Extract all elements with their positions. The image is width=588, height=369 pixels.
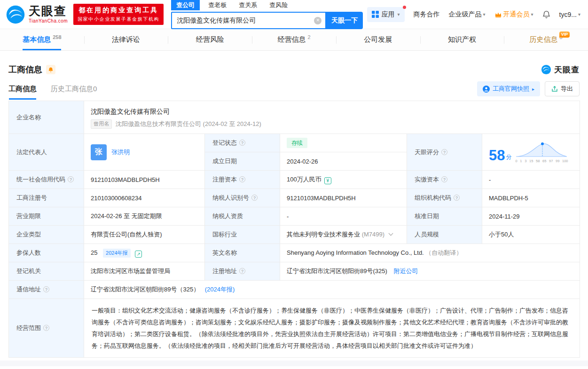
help-icon[interactable] <box>239 140 245 146</box>
tianyancha-logo[interactable]: 天眼查 TianYanCha.com <box>6 5 68 24</box>
apps-menu[interactable]: 应用 <box>367 7 405 22</box>
cell-business-scope: 一般项目：组织文化艺术交流活动；健康咨询服务（不含诊疗服务）；养生保健服务（非医… <box>84 299 580 358</box>
tab-intellectual-property[interactable]: 知识产权 <box>420 29 504 50</box>
nav-business-cooperation[interactable]: 商务合作 <box>414 10 440 19</box>
former-name-tag: 曾用名 <box>91 119 112 128</box>
label-industry: 国标行业 <box>205 226 280 244</box>
subtab-business-info[interactable]: 工商信息 <box>8 78 37 100</box>
search-tabs: 查公司 查老板 查关系 查风险 <box>171 0 363 11</box>
nav-open-membership[interactable]: 开通会员 <box>494 10 533 19</box>
search-tab-company[interactable]: 查公司 <box>171 0 200 10</box>
help-icon[interactable] <box>441 176 447 182</box>
label-registered-address: 注册地址 <box>205 262 280 281</box>
cell-company-type: 有限责任公司(自然人独资) <box>84 226 205 244</box>
subtab-row: 工商信息 历史工商信息0 工商官网快照 导出 <box>8 78 580 100</box>
chevron-down-icon <box>483 12 486 17</box>
search-box <box>171 12 326 29</box>
company-name: 沈阳傲盈文化传媒有限公司 <box>91 107 573 116</box>
label-business-scope: 经营范围 <box>9 299 84 358</box>
tab-business-info-label: 经营信息 <box>277 35 306 44</box>
cell-registered-capital: 100万人民币 <box>280 171 407 189</box>
help-icon[interactable] <box>68 176 74 182</box>
search-tab-relation[interactable]: 查关系 <box>239 1 257 9</box>
clear-icon[interactable] <box>314 17 321 24</box>
search-button[interactable]: 天眼一下 <box>326 12 363 29</box>
chevron-down-icon <box>398 12 400 17</box>
monitor-bell-icon[interactable] <box>46 65 55 74</box>
trend-chart-icon[interactable] <box>135 251 142 258</box>
business-info-table: 企业名称 沈阳傲盈文化传媒有限公司 曾用名 沈阳傲盈信息技术有限责任公司 (20… <box>8 101 580 358</box>
page-bottom-strip <box>0 361 588 366</box>
cell-english-name: Shenyang Aoying Information Technology C… <box>280 244 580 262</box>
help-icon[interactable] <box>43 286 49 292</box>
label-organization-code: 组织机构代码 <box>407 189 482 207</box>
tab-basic-info-count: 258 <box>53 34 61 40</box>
cell-taxpayer-id: 91210103MADBLPDH5H <box>280 189 407 207</box>
search-input[interactable] <box>172 17 314 24</box>
tab-basic-info-label: 基本信息 <box>23 35 51 44</box>
cell-staff-size: 小于50人 <box>482 226 580 244</box>
logo-title: 天眼查 <box>29 5 68 17</box>
cell-registered-address: 辽宁省沈阳市沈河区朝阳街89号(325) 附近公司 <box>280 262 580 281</box>
user-menu-label: tyc9... <box>559 11 577 18</box>
bell-icon[interactable] <box>542 10 550 19</box>
search-tab-boss[interactable]: 查老板 <box>208 1 227 9</box>
cell-registration-number: 210103000608234 <box>84 189 205 207</box>
promo-banner: 都在用的商业查询工具 国家中小企业发展子基金旗下机构 <box>73 4 164 25</box>
label-tianyan-score: 天眼评分 <box>407 134 482 171</box>
tab-basic-info[interactable]: 基本信息 258 <box>0 29 84 50</box>
score-distribution-chart: 0131558659799100 <box>515 141 568 163</box>
cell-company-name: 沈阳傲盈文化传媒有限公司 曾用名 沈阳傲盈信息技术有限责任公司 (2024-02… <box>84 101 580 134</box>
notification-dot <box>403 6 406 9</box>
tab-company-development[interactable]: 公司发展 <box>336 29 420 50</box>
former-name[interactable]: 沈阳傲盈信息技术有限责任公司 (2024-02 至 2024-12) <box>116 120 261 128</box>
tab-operational-risk[interactable]: 经营风险 <box>168 29 252 50</box>
legal-rep-avatar[interactable]: 张 <box>91 144 107 160</box>
official-snapshot-button[interactable]: 工商官网快照 <box>477 81 540 96</box>
annual-report-link[interactable]: (2024年报) <box>205 286 235 293</box>
promo-line1: 都在用的商业查询工具 <box>78 6 159 15</box>
help-icon[interactable] <box>239 268 245 274</box>
promo-line2: 国家中小企业发展子基金旗下机构 <box>78 16 159 23</box>
company-nav-tabs: 基本信息 258 法律诉讼 经营风险 经营信息 2 公司发展 知识产权 历史信息… <box>0 29 588 51</box>
currency-convert-icon[interactable] <box>324 177 331 184</box>
label-registration-number: 工商注册号 <box>9 189 84 207</box>
cell-paid-capital: - <box>482 171 580 189</box>
cell-taxpayer-quality: - <box>280 207 407 226</box>
help-icon[interactable] <box>441 149 447 155</box>
tab-history-info[interactable]: 历史信息 3 VIP <box>504 29 588 50</box>
export-icon <box>551 86 558 92</box>
label-establish-date: 成立日期 <box>205 152 280 171</box>
export-button[interactable]: 导出 <box>545 81 580 96</box>
label-staff-size: 人员规模 <box>407 226 482 244</box>
tab-legal-litigation-label: 法律诉讼 <box>112 35 140 44</box>
help-icon[interactable] <box>43 325 49 331</box>
nearby-companies-link[interactable]: 附近公司 <box>393 267 418 275</box>
section-brand-logo: 天眼查 <box>541 64 580 75</box>
subtab-history-business-info[interactable]: 历史工商信息0 <box>51 78 97 100</box>
cell-registration-status: 存续 <box>280 134 407 152</box>
label-credit-code: 统一社会信用代码 <box>9 171 84 189</box>
user-menu[interactable]: tyc9... <box>559 11 580 18</box>
apps-menu-label: 应用 <box>382 10 395 19</box>
tab-company-development-label: 公司发展 <box>364 35 392 44</box>
cell-tianyan-score[interactable]: 58 分 0131558659799100 <box>482 134 580 171</box>
legal-rep-name-link[interactable]: 张洪明 <box>111 148 130 157</box>
help-icon[interactable] <box>251 195 258 201</box>
tab-business-info[interactable]: 经营信息 2 <box>252 29 336 50</box>
cell-approval-date: 2024-11-29 <box>482 207 580 226</box>
help-icon[interactable] <box>454 195 460 201</box>
label-registration-authority: 登记机关 <box>9 262 84 281</box>
tianyancha-logo-icon <box>6 5 25 24</box>
section-actions: 工商官网快照 导出 <box>477 81 580 96</box>
search-area: 查公司 查老板 查关系 查风险 天眼一下 <box>171 0 363 29</box>
annual-report-tag[interactable]: 2024年报 <box>103 249 130 258</box>
chevron-down-icon[interactable] <box>388 231 393 236</box>
tab-legal-litigation[interactable]: 法律诉讼 <box>84 29 168 50</box>
cell-registration-authority: 沈阳市沈河区市场监督管理局 <box>84 262 205 281</box>
help-icon[interactable] <box>239 176 245 182</box>
nav-enterprise-products[interactable]: 企业级产品 <box>449 10 486 19</box>
tab-operational-risk-label: 经营风险 <box>196 35 224 44</box>
search-tab-risk[interactable]: 查风险 <box>269 1 288 9</box>
section-brand-name: 天眼查 <box>554 64 580 75</box>
